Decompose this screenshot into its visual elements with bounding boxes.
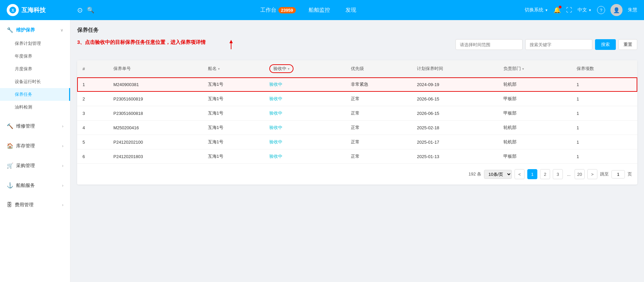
table-row[interactable]: 1M240900381互海1号验收中非常紧急2024-09-19轮机部1	[77, 77, 637, 92]
prev-page-btn[interactable]: <	[515, 169, 525, 179]
sidebar-item-annual[interactable]: 年度保养	[0, 50, 70, 63]
dept-sort-icon: ▾	[522, 67, 524, 71]
page-btn-last[interactable]: 20	[575, 169, 585, 179]
cell-ship: 互海1号	[203, 121, 264, 135]
page-size-select[interactable]: 10条/页 20条/页 50条/页	[484, 170, 512, 179]
chevron-right-inventory: ›	[62, 144, 63, 148]
cell-ship: 互海1号	[203, 92, 264, 106]
next-page-btn[interactable]: >	[587, 169, 597, 179]
col-header-item-count: 保养项数	[571, 60, 637, 77]
table-body: 1M240900381互海1号验收中非常紧急2024-09-19轮机部12P23…	[77, 77, 637, 164]
status-col-header-circled[interactable]: 验收中 ▾	[269, 64, 293, 73]
cell-status: 验收中	[264, 77, 345, 92]
jump-label-prefix: 跳至	[600, 171, 609, 177]
cell-order-no: P24120201803	[108, 149, 203, 164]
page-btn-1[interactable]: 1	[527, 169, 537, 179]
cell-index: 6	[77, 149, 108, 164]
cell-plan-time: 2026-06-15	[412, 106, 498, 121]
reset-button[interactable]: 重置	[619, 39, 637, 50]
cell-status: 验收中	[264, 106, 345, 121]
cell-ship: 互海1号	[203, 135, 264, 149]
sidebar-maintenance-label: 维护保养	[16, 27, 35, 33]
inventory-icon: 🏠	[7, 143, 13, 149]
pagination-area: 192 条 10条/页 20条/页 50条/页 < 1 2 3 ... 20 >…	[77, 164, 637, 185]
cell-priority: 非常紧急	[345, 77, 412, 92]
sidebar-item-monthly[interactable]: 月度保养	[0, 63, 70, 75]
sidebar-header-cost[interactable]: 🗄 费用管理 ›	[0, 198, 70, 212]
search-icon[interactable]: 🔍	[87, 6, 94, 14]
cell-order-no: P23051600818	[108, 106, 203, 121]
col-header-plan-time: 计划保养时间	[412, 60, 498, 77]
cell-dept: 轮机部	[498, 135, 571, 149]
search-button[interactable]: 搜索	[595, 39, 616, 50]
sidebar-header-ship-service[interactable]: ⚓ 船舶服务 ›	[0, 178, 70, 193]
cell-dept: 甲板部	[498, 106, 571, 121]
sidebar-item-task[interactable]: 保养任务	[0, 88, 70, 101]
main-content: 保养任务 3、点击验收中的目标保养任务任意位置，进入保养项详情 搜索 重置	[70, 20, 644, 282]
svg-text:互: 互	[11, 9, 15, 12]
jump-page-input[interactable]	[611, 170, 625, 179]
sidebar-section-ship-service: ⚓ 船舶服务 ›	[0, 175, 70, 195]
table-row[interactable]: 5P24120202100互海1号验收中正常2025-01-17轮机部1	[77, 135, 637, 149]
sidebar-item-runtime[interactable]: 设备运行时长	[0, 75, 70, 88]
keyword-input[interactable]	[525, 39, 592, 50]
back-icon[interactable]: ⊙	[77, 6, 83, 14]
cell-priority: 正常	[345, 149, 412, 164]
cell-priority: 正常	[345, 106, 412, 121]
sidebar-item-plan[interactable]: 保养计划管理	[0, 37, 70, 50]
chevron-right-cost: ›	[62, 203, 63, 207]
repair-icon: 🔨	[7, 123, 13, 129]
cell-priority: 正常	[345, 92, 412, 106]
cell-priority: 正常	[345, 121, 412, 135]
cell-dept: 甲板部	[498, 92, 571, 106]
sidebar-header-maintenance[interactable]: 🔧 维护保养 ∨	[0, 23, 70, 37]
date-range-input[interactable]	[455, 39, 523, 50]
nav-right: 切换系统 ▼ 🔔 ⛶ 中文 ▼ ? 👤 朱慧	[525, 4, 637, 16]
cell-plan-time: 2025-01-13	[412, 149, 498, 164]
fullscreen-icon[interactable]: ⛶	[566, 7, 572, 14]
page-btn-3[interactable]: 3	[553, 169, 563, 179]
cell-item-count: 1	[571, 149, 637, 164]
chevron-down-maintenance: ∨	[60, 28, 63, 32]
dept-sort-header[interactable]: 负责部门 ▾	[503, 66, 566, 72]
cell-item-count: 1	[571, 121, 637, 135]
cell-index: 5	[77, 135, 108, 149]
ship-monitor-nav[interactable]: 船舶监控	[306, 5, 333, 15]
avatar[interactable]: 👤	[610, 4, 623, 16]
discover-nav[interactable]: 发现	[343, 5, 359, 15]
notification-bell[interactable]: 🔔	[553, 6, 561, 14]
sidebar-header-purchase[interactable]: 🛒 采购管理 ›	[0, 158, 70, 173]
cell-item-count: 1	[571, 92, 637, 106]
cell-status: 验收中	[264, 135, 345, 149]
switch-system-btn[interactable]: 切换系统 ▼	[525, 7, 548, 13]
page-btn-2[interactable]: 2	[540, 169, 550, 179]
table-header: # 保养单号 船名 ▾ 验收中 ▾	[77, 60, 637, 77]
table-row[interactable]: 2P23051600819互海1号验收中正常2026-06-15甲板部1	[77, 92, 637, 106]
cell-index: 3	[77, 106, 108, 121]
sidebar-item-oil[interactable]: 油料检测	[0, 101, 70, 114]
chevron-right-ship-service: ›	[62, 183, 63, 188]
ship-sort-icon: ▾	[218, 67, 220, 71]
table-row[interactable]: 4M250200416互海1号验收中正常2025-02-18轮机部1	[77, 121, 637, 135]
workbench-nav[interactable]: 工作台 23959	[260, 7, 296, 14]
chevron-right-repair: ›	[62, 124, 63, 129]
help-btn[interactable]: ?	[597, 6, 605, 14]
col-header-priority: 优先级	[345, 60, 412, 77]
ship-sort-header[interactable]: 船名 ▾	[208, 66, 259, 72]
cell-ship: 互海1号	[203, 77, 264, 92]
language-btn[interactable]: 中文 ▼	[578, 7, 592, 13]
ship-service-icon: ⚓	[7, 182, 13, 189]
table-row[interactable]: 6P24120201803互海1号验收中正常2025-01-13甲板部1	[77, 149, 637, 164]
table-row[interactable]: 3P23051600818互海1号验收中正常2026-06-15甲板部1	[77, 106, 637, 121]
cell-ship: 互海1号	[203, 106, 264, 121]
cell-ship: 互海1号	[203, 149, 264, 164]
sidebar-header-repair[interactable]: 🔨 维修管理 ›	[0, 119, 70, 133]
instruction-banner: 3、点击验收中的目标保养任务任意位置，进入保养项详情	[77, 39, 234, 51]
cell-plan-time: 2025-01-17	[412, 135, 498, 149]
maintenance-table-wrapper: # 保养单号 船名 ▾ 验收中 ▾	[77, 60, 637, 185]
cell-dept: 轮机部	[498, 121, 571, 135]
cell-plan-time: 2025-02-18	[412, 121, 498, 135]
pagination-ellipsis: ...	[566, 172, 572, 177]
sidebar-header-inventory[interactable]: 🏠 库存管理 ›	[0, 139, 70, 153]
sidebar-section-cost: 🗄 费用管理 ›	[0, 195, 70, 215]
